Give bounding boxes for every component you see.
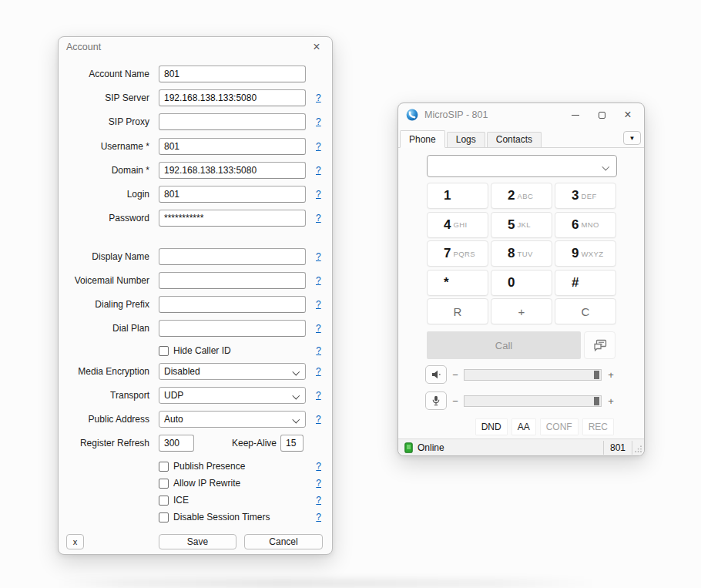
keep-alive-input[interactable] [280,435,304,452]
sip-server-input[interactable] [159,89,306,106]
key-star[interactable]: * [427,270,488,296]
tab-logs[interactable]: Logs [447,132,485,147]
aa-button[interactable]: AA [511,418,536,435]
call-button[interactable]: Call [427,331,581,359]
resize-grip[interactable] [632,442,642,453]
save-button[interactable]: Save [159,534,236,549]
minimize-to-x-button[interactable]: x [66,534,84,549]
dial-plan-help-link[interactable]: ? [316,323,321,334]
key-7[interactable]: 7PQRS [427,240,488,267]
ice-checkbox[interactable] [159,496,169,506]
login-input[interactable] [159,186,306,203]
display-name-label: Display Name [68,251,149,262]
tab-contacts[interactable]: Contacts [487,132,542,147]
microphone-button[interactable] [425,391,447,410]
speaker-volume-row: − + [425,365,620,384]
transport-select[interactable]: UDP [159,387,306,404]
register-refresh-input[interactable] [159,435,194,452]
display-name-help-link[interactable]: ? [316,251,321,262]
conf-button[interactable]: CONF [540,418,579,435]
voicemail-number-help-link[interactable]: ? [316,275,321,286]
public-address-help-link[interactable]: ? [316,414,321,425]
sip-proxy-input[interactable] [159,113,306,130]
hide-caller-id-help-link[interactable]: ? [316,345,321,356]
mic-volume-down[interactable]: − [447,395,464,407]
voicemail-number-row: Voicemail Number ? [68,272,323,289]
chevron-down-icon [293,369,299,375]
key-0[interactable]: 0 [491,270,552,296]
sip-proxy-help-link[interactable]: ? [316,116,321,127]
key-2[interactable]: 2ABC [491,183,552,209]
key-digit: 3 [572,188,579,203]
chevron-down-icon [293,393,299,398]
cancel-button[interactable]: Cancel [244,534,323,549]
key-3[interactable]: 3DEF [555,183,616,209]
dialing-prefix-input[interactable] [159,296,306,313]
password-help-link[interactable]: ? [316,213,321,223]
rec-button[interactable]: REC [582,418,614,435]
password-row: Password ? [68,210,323,227]
dial-plan-input[interactable] [159,320,306,337]
display-name-input[interactable] [159,248,306,265]
key-1[interactable]: 1 [427,183,488,209]
close-icon[interactable]: × [309,39,324,55]
speaker-volume-down[interactable]: − [447,369,464,381]
mic-slider-handle[interactable] [594,397,599,405]
password-input[interactable] [159,210,306,227]
account-name-input[interactable] [159,66,306,82]
transport-help-link[interactable]: ? [316,390,321,401]
public-address-select[interactable]: Auto [159,411,306,428]
disable-session-timers-checkbox[interactable] [159,512,169,522]
speaker-volume-slider[interactable] [464,369,602,381]
account-dialog-titlebar[interactable]: Account × [59,37,332,57]
online-status-icon [404,442,413,453]
message-button[interactable] [584,331,615,359]
dialing-prefix-help-link[interactable]: ? [316,299,321,310]
main-menu-button[interactable]: ▼ [623,131,641,145]
ice-help-link[interactable]: ? [316,495,321,506]
media-encryption-row: Media Encryption Disabled ? [68,363,323,380]
key-plus[interactable]: + [491,298,552,324]
username-input[interactable] [159,138,306,155]
media-encryption-help-link[interactable]: ? [316,366,321,377]
key-hash[interactable]: # [555,270,616,296]
close-button[interactable]: × [615,106,641,124]
hide-caller-id-checkbox[interactable] [159,346,169,356]
domain-input[interactable] [159,162,306,179]
disable-session-timers-help-link[interactable]: ? [316,512,321,522]
key-8[interactable]: 8TUV [491,240,552,267]
minimize-button[interactable] [562,106,589,124]
media-encryption-select[interactable]: Disabled [159,363,306,380]
publish-presence-help-link[interactable]: ? [316,461,321,472]
sip-server-help-link[interactable]: ? [316,92,321,103]
microsip-titlebar[interactable]: MicroSIP - 801 × [398,103,644,126]
dial-number-combobox[interactable] [427,155,617,177]
speaker-button[interactable] [425,365,447,384]
domain-help-link[interactable]: ? [316,165,321,176]
username-help-link[interactable]: ? [316,141,321,152]
key-6[interactable]: 6MNO [555,212,616,238]
status-account-name: 801 [603,441,632,455]
key-clear[interactable]: C [555,298,616,324]
maximize-button[interactable] [589,106,615,124]
close-icon: × [624,109,631,121]
tab-phone[interactable]: Phone [400,130,445,148]
key-digit: 4 [444,217,451,233]
speaker-slider-handle[interactable] [594,371,599,379]
key-5[interactable]: 5JKL [491,212,552,238]
mic-volume-slider[interactable] [464,395,602,407]
key-redial[interactable]: R [427,298,488,324]
key-9[interactable]: 9WXYZ [555,240,616,267]
dnd-button[interactable]: DND [475,418,508,435]
login-help-link[interactable]: ? [316,189,321,200]
domain-label: Domain * [68,165,149,176]
key-4[interactable]: 4GHI [427,212,488,238]
voicemail-number-input[interactable] [159,272,306,289]
allow-ip-rewrite-help-link[interactable]: ? [316,478,321,489]
publish-presence-checkbox[interactable] [159,462,169,472]
domain-row: Domain * ? [68,162,323,179]
dial-plan-label: Dial Plan [68,323,149,334]
mic-volume-up[interactable]: + [602,395,620,407]
speaker-volume-up[interactable]: + [602,369,620,381]
allow-ip-rewrite-checkbox[interactable] [159,479,169,489]
